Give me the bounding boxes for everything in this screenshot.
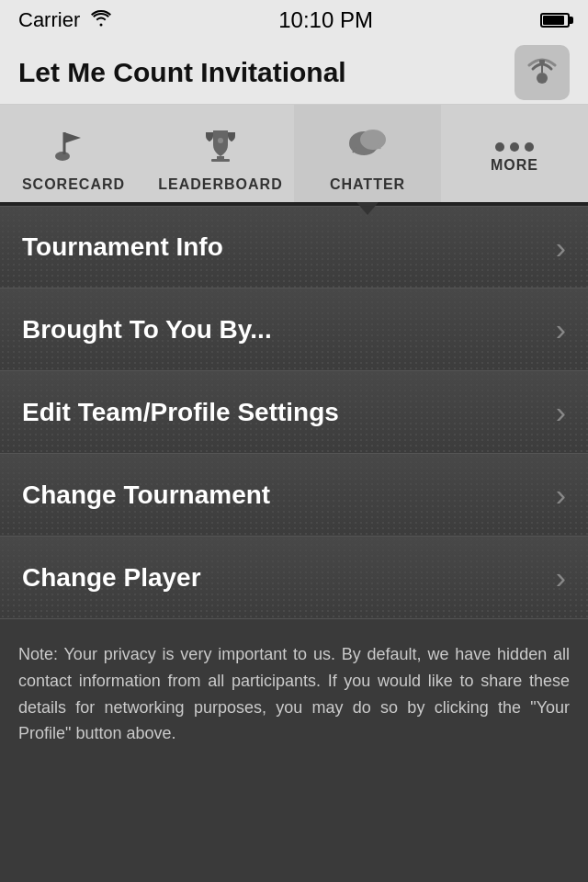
chat-icon: [344, 123, 391, 173]
tab-scorecard[interactable]: SCORECARD: [0, 105, 147, 202]
svg-rect-6: [217, 156, 224, 159]
tab-more[interactable]: MORE: [441, 105, 588, 202]
privacy-note-section: Note: Your privacy is very important to …: [0, 619, 588, 769]
page-title: Let Me Count Invitational: [18, 57, 514, 88]
tab-chatter[interactable]: CHATTER: [294, 105, 441, 202]
wifi-icon: [91, 8, 111, 32]
tab-more-label: MORE: [491, 157, 538, 174]
svg-rect-7: [211, 159, 230, 162]
menu-item-brought-to-you[interactable]: Brought To You By... ›: [0, 288, 588, 371]
more-dots-icon: [495, 142, 534, 152]
menu-item-change-tournament-label: Change Tournament: [22, 481, 270, 510]
carrier-label: Carrier: [18, 8, 80, 32]
status-bar: Carrier 10:10 PM: [0, 0, 588, 40]
menu-item-brought-to-you-label: Brought To You By...: [22, 315, 272, 345]
flag-icon: [51, 123, 96, 173]
menu-item-change-tournament[interactable]: Change Tournament ›: [0, 454, 588, 537]
trophy-icon: [198, 123, 243, 173]
status-bar-right: [540, 13, 570, 28]
svg-point-10: [360, 130, 386, 150]
chevron-right-icon-4: ›: [556, 560, 566, 595]
status-bar-left: Carrier: [18, 8, 111, 32]
chevron-right-icon-0: ›: [556, 230, 566, 266]
menu-item-tournament-info[interactable]: Tournament Info ›: [0, 206, 588, 288]
tab-leaderboard[interactable]: LEADERBOARD: [147, 105, 294, 202]
chevron-right-icon-3: ›: [556, 477, 566, 513]
tab-bar: SCORECARD LEADERBOARD: [0, 105, 588, 206]
active-tab-indicator: [356, 202, 379, 215]
menu-item-change-player[interactable]: Change Player ›: [0, 537, 588, 619]
status-bar-time: 10:10 PM: [278, 7, 373, 33]
menu-item-change-player-label: Change Player: [22, 563, 201, 593]
privacy-note-text: Note: Your privacy is very important to …: [18, 641, 570, 747]
menu-list: Tournament Info › Brought To You By... ›…: [0, 206, 588, 619]
app-header: Let Me Count Invitational: [0, 40, 588, 105]
svg-point-8: [218, 138, 223, 143]
broadcast-button[interactable]: [514, 45, 570, 100]
svg-point-3: [55, 152, 70, 161]
chevron-right-icon-2: ›: [556, 394, 566, 430]
battery-icon: [540, 13, 570, 28]
tab-chatter-label: CHATTER: [330, 176, 405, 193]
menu-item-edit-team-profile-label: Edit Team/Profile Settings: [22, 398, 339, 427]
menu-item-tournament-info-label: Tournament Info: [22, 232, 223, 262]
tab-leaderboard-label: LEADERBOARD: [158, 176, 282, 193]
svg-point-0: [537, 73, 548, 84]
svg-marker-5: [64, 132, 81, 143]
menu-item-edit-team-profile[interactable]: Edit Team/Profile Settings ›: [0, 371, 588, 454]
svg-rect-2: [539, 60, 545, 63]
chevron-right-icon-1: ›: [556, 311, 566, 347]
tab-scorecard-label: SCORECARD: [22, 176, 125, 193]
